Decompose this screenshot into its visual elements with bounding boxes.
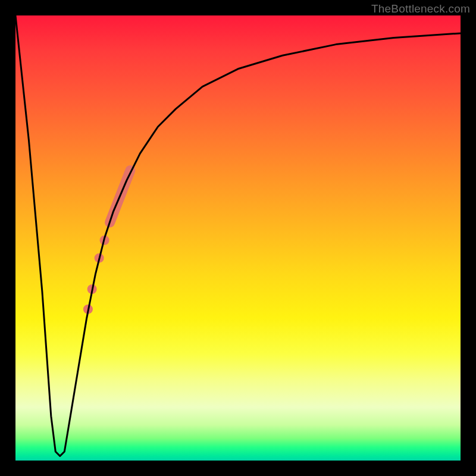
chart-svg (15, 15, 461, 461)
bottleneck-curve-line (15, 15, 461, 456)
marker-group (83, 170, 130, 314)
chart-container: TheBottleneck.com (0, 0, 476, 476)
watermark-text: TheBottleneck.com (371, 2, 470, 15)
plot-area (15, 15, 461, 461)
